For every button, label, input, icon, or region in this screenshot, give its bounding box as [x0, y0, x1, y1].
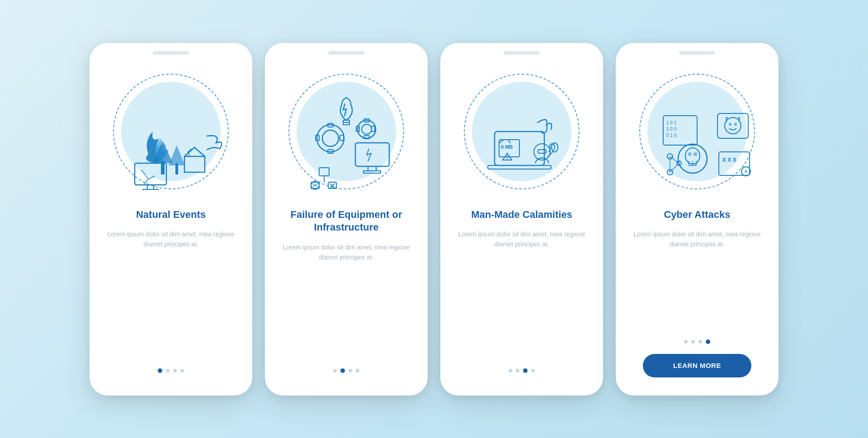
dots-row-1	[158, 368, 184, 373]
card-failure-equipment: Failure of Equipment or Infrastructure L…	[265, 43, 428, 396]
svg-text:0  1  0: 0 1 0	[666, 133, 677, 138]
card-desc-2: Lorem ipsum dolor sit dim amet, mea regi…	[279, 242, 413, 263]
card-title-2: Failure of Equipment or Infrastructure	[279, 208, 413, 234]
card-natural-events: Natural Events Lorem ipsum dolor sit dim…	[90, 43, 252, 396]
svg-point-17	[362, 124, 372, 134]
learn-more-button[interactable]: LEARN MORE	[643, 354, 751, 377]
dot-4-4[interactable]	[706, 339, 710, 344]
man-made-icon: 0 MB	[458, 73, 585, 190]
illustration-area-3: 0 MB	[440, 55, 603, 208]
illustration-area-2	[265, 55, 428, 208]
svg-point-41	[507, 158, 508, 159]
failure-equipment-icon	[283, 73, 410, 190]
card-cyber-attacks: 1 0 1 1 0 0 0 1 0	[616, 43, 778, 396]
svg-point-55	[725, 118, 741, 134]
svg-point-51	[688, 152, 692, 156]
svg-text:0 MB: 0 MB	[501, 144, 513, 150]
card-content-3: Man-Made Calamities Lorem ipsum dolor si…	[440, 208, 603, 377]
dot-2-3[interactable]	[349, 369, 352, 372]
card-desc-1: Lorem ipsum dolor sit dim amet, mea regi…	[104, 229, 238, 250]
dot-3-4[interactable]	[531, 369, 535, 372]
card-content-2: Failure of Equipment or Infrastructure L…	[265, 208, 428, 377]
svg-point-52	[693, 152, 697, 156]
card-title-4: Cyber Attacks	[664, 208, 730, 221]
svg-rect-25	[319, 168, 329, 176]
svg-text:1  0  0: 1 0 0	[666, 127, 677, 132]
svg-rect-7	[143, 189, 158, 190]
dot-4-1[interactable]	[684, 340, 688, 344]
dot-4-3[interactable]	[698, 340, 702, 344]
card-man-made: 0 MB Man-Made Calamities Lorem ipsum dol…	[440, 43, 603, 396]
svg-point-57	[734, 123, 737, 126]
dots-row-4	[684, 339, 710, 344]
dots-row-2	[333, 368, 359, 373]
card-desc-4: Lorem ipsum dolor sit dim amet, mea regi…	[630, 229, 764, 250]
dot-1-3[interactable]	[173, 369, 177, 372]
svg-line-66	[670, 163, 679, 172]
dot-1-1[interactable]	[158, 368, 162, 373]
svg-point-61	[745, 170, 747, 173]
cyber-attacks-icon: 1 0 1 1 0 0 0 1 0	[634, 73, 760, 190]
phone-notch	[153, 51, 189, 55]
phone-notch-4	[679, 51, 715, 55]
svg-point-56	[729, 123, 731, 126]
svg-rect-22	[355, 143, 389, 166]
dot-1-4[interactable]	[180, 369, 184, 372]
svg-rect-21	[372, 126, 375, 132]
svg-marker-3	[169, 145, 185, 165]
dots-row-3	[509, 368, 535, 373]
phone-notch-2	[328, 51, 364, 55]
natural-events-icon	[108, 73, 234, 190]
svg-point-49	[678, 144, 707, 173]
svg-rect-24	[363, 171, 381, 173]
card-desc-3: Lorem ipsum dolor sit dim amet, mea regi…	[455, 229, 589, 250]
dot-3-1[interactable]	[509, 369, 512, 372]
svg-rect-6	[147, 185, 154, 189]
card-title-1: Natural Events	[136, 208, 206, 221]
card-title-3: Man-Made Calamities	[471, 208, 572, 221]
cards-container: Natural Events Lorem ipsum dolor sit dim…	[90, 43, 778, 396]
dot-2-2[interactable]	[340, 368, 345, 373]
svg-text:1  0  1: 1 0 1	[666, 120, 677, 125]
dot-3-2[interactable]	[516, 369, 519, 372]
svg-point-11	[322, 130, 339, 146]
svg-rect-43	[538, 150, 546, 153]
dot-2-4[interactable]	[356, 369, 359, 372]
dot-2-1[interactable]	[333, 369, 337, 372]
dot-3-3[interactable]	[523, 368, 528, 373]
illustration-area-1	[90, 55, 252, 208]
dot-1-2[interactable]	[166, 369, 170, 372]
phone-notch-3	[504, 51, 540, 55]
illustration-area-4: 1 0 1 1 0 0 0 1 0	[616, 55, 778, 208]
svg-rect-9	[343, 122, 349, 125]
dot-4-2[interactable]	[691, 340, 695, 344]
svg-rect-15	[340, 135, 344, 141]
svg-rect-4	[184, 156, 205, 172]
card-content-4: Cyber Attacks Lorem ipsum dolor sit dim …	[616, 208, 778, 377]
svg-rect-23	[368, 166, 376, 171]
card-content-1: Natural Events Lorem ipsum dolor sit dim…	[90, 208, 252, 377]
svg-text:X X X: X X X	[722, 157, 736, 163]
